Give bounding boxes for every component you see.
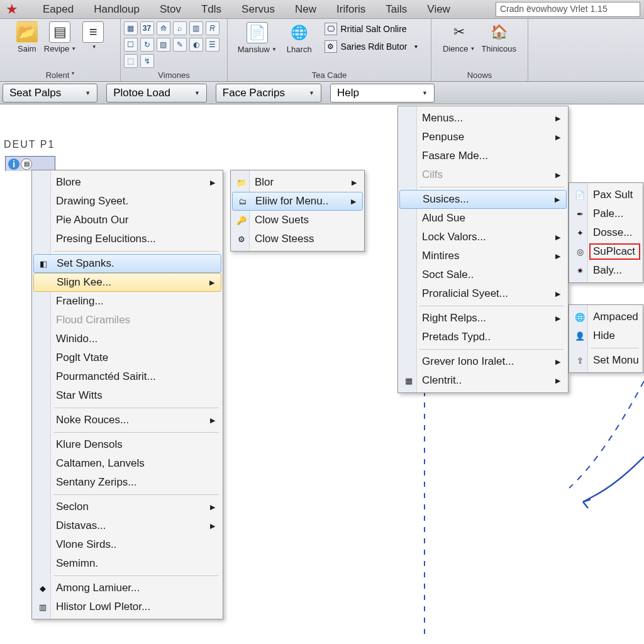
chevron-down-icon: ▼	[470, 46, 475, 52]
ribbon-saim[interactable]: 📂 Saim	[16, 21, 38, 53]
menu-item[interactable]: Proralicial Syeet...▶	[399, 284, 567, 303]
tool-icon[interactable]: ⟰	[157, 21, 170, 35]
menu-item[interactable]: Clow Suets🔑	[232, 211, 363, 230]
menu-item[interactable]: Lock Valors...▶	[399, 228, 567, 247]
menu-item-label: Hlistor Lowl Pletor...	[56, 601, 150, 613]
tool-icon[interactable]: ⌕	[173, 21, 187, 35]
tool-icon[interactable]: ↻	[140, 38, 154, 52]
ribbon-rritial[interactable]: 🖵Rritial Salt Onlire	[322, 21, 421, 36]
menu-item[interactable]: Pie Aboutn Our	[33, 211, 221, 230]
tool-icon[interactable]: R	[206, 21, 219, 35]
ribbon-mansluw[interactable]: 📄 Mansluw▼	[238, 22, 277, 54]
menubar-item[interactable]: Servus	[231, 1, 285, 18]
menu-item[interactable]: Pourmanctéd Sairit...	[33, 367, 221, 386]
chevron-right-icon: ▶	[351, 197, 356, 206]
menu-item-icon: 📄	[574, 189, 586, 201]
menu-item[interactable]: Pretads Typd..	[399, 328, 567, 347]
menu-item[interactable]: Semimn.	[33, 554, 221, 573]
ribbon-lharch[interactable]: 🌐 Lharch	[287, 22, 312, 54]
tool-icon[interactable]: ▦	[124, 21, 138, 35]
menu-item[interactable]: Klure Densols	[33, 435, 221, 454]
tool-icon[interactable]: ▧	[157, 38, 170, 52]
menu-item[interactable]: Mintires▶	[399, 247, 567, 265]
chevron-right-icon: ▶	[209, 279, 214, 287]
menu-item[interactable]: Alud Sue	[399, 209, 567, 228]
menu-item-label: Star Witts	[56, 389, 103, 402]
tool-icon[interactable]: ✎	[173, 38, 187, 52]
menu-item[interactable]: Penpuse▶	[399, 128, 567, 147]
menubar-item[interactable]: View	[417, 1, 460, 18]
menu-item[interactable]: SuPlcact◎	[570, 242, 641, 261]
menu-item[interactable]: Set Spanks.◧	[33, 254, 221, 273]
menu-item[interactable]: Seclon▶	[33, 497, 221, 516]
ribbon-dience[interactable]: ✂ Dience▼	[443, 21, 475, 53]
workspace-tab[interactable]: i ▤	[5, 156, 55, 171]
menu-item[interactable]: Ampaced🌐	[570, 308, 641, 326]
menu-item-label: Presing Eelucitions...	[56, 233, 156, 245]
menu-item[interactable]: Star Witts	[33, 386, 221, 405]
menu-item[interactable]: Hide👤	[570, 326, 641, 345]
tool-icon[interactable]: ◐	[189, 38, 203, 52]
menu-item[interactable]: Fraeling...	[33, 292, 221, 311]
menu-item[interactable]: Dosse...✦	[570, 223, 641, 242]
menu-item[interactable]: Noke Rouces...▶	[33, 411, 221, 430]
menu-item[interactable]: Presing Eelucitions...	[33, 230, 221, 248]
menu-item[interactable]: Clentrit..▦▶	[399, 371, 567, 390]
combo-seat-palps[interactable]: Seat Palps▼	[3, 84, 97, 103]
menubar-item[interactable]: Tails	[375, 1, 417, 18]
menu-item[interactable]: Right Relps...▶	[399, 309, 567, 328]
menu-item[interactable]: Caltamen, Lanvels	[33, 454, 221, 473]
menu-item[interactable]: Baly...✷	[570, 261, 641, 280]
menu-item[interactable]: Vlone Sirds..	[33, 535, 221, 554]
combo-help[interactable]: Help▼	[330, 84, 435, 103]
menu-item[interactable]: Pale...✒	[570, 204, 641, 223]
combo-face-pacrips[interactable]: Face Pacrips▼	[216, 84, 321, 103]
tool-icon[interactable]: ▥	[189, 21, 203, 35]
menu-item[interactable]: Susices...▶	[399, 190, 567, 209]
menu-item-label: Clow Suets	[255, 214, 309, 226]
menu-item[interactable]: Blor📁▶	[232, 173, 363, 192]
menubar-item[interactable]: New	[285, 1, 326, 18]
tool-icon[interactable]: ↯	[140, 54, 154, 68]
ribbon-list[interactable]: ≡ ▼	[82, 21, 104, 50]
menu-item-icon: ✷	[574, 264, 586, 277]
menu-item[interactable]: Clow Steess⚙	[232, 230, 363, 248]
tool-icon[interactable]: 37	[140, 21, 154, 35]
chevron-right-icon: ▶	[555, 252, 560, 260]
menu-item[interactable]: Soct Sale..	[399, 265, 567, 284]
menubar-item[interactable]: Eaped	[33, 1, 84, 18]
tool-icon[interactable]: ☐	[124, 38, 138, 52]
menu-item[interactable]: Distavas...▶	[33, 516, 221, 535]
menu-item-icon: ◧	[37, 257, 50, 270]
menu-item[interactable]: Eliiw for Menu..🗂▶	[232, 192, 363, 211]
menu-item[interactable]: Among Lamiuer...◆	[33, 579, 221, 597]
menu-item[interactable]: Drawing Syeet.	[33, 192, 221, 211]
ribbon-thinicous[interactable]: 🏠 Thinicous	[481, 21, 516, 53]
menu-item-icon: 🗂	[236, 195, 248, 208]
menu-item-label: Hide	[593, 330, 615, 342]
menu-item[interactable]: Slign Kee...▶	[33, 273, 221, 292]
title-field: Cradn ëvowhowy Vrlet 1.15	[496, 2, 640, 17]
app-star-icon[interactable]: ★	[3, 0, 21, 19]
menu-item-label: Proralicial Syeet...	[422, 287, 508, 300]
menubar-item[interactable]: Stov	[150, 1, 191, 18]
ribbon-saries[interactable]: ⚙Saries Rdit Butor▼	[322, 39, 421, 54]
menu-item[interactable]: Pax Sult📄	[570, 186, 641, 204]
menubar-item[interactable]: Handloup	[84, 1, 150, 18]
menu-item-label: Sentany Zerips...	[56, 476, 137, 489]
tool-icon[interactable]: ☰	[206, 38, 219, 52]
menu-item[interactable]: Blore▶	[33, 173, 221, 192]
menu-item[interactable]: Fasare Mde...	[399, 147, 567, 165]
menubar-item[interactable]: Iriforis	[326, 1, 375, 18]
menu-item[interactable]: Sentany Zerips...	[33, 473, 221, 492]
menu-item[interactable]: Winido...	[33, 330, 221, 348]
menu-item[interactable]: Poglt Vtate	[33, 348, 221, 367]
combo-plotoe-load[interactable]: Plotoe Load▼	[106, 84, 207, 103]
menu-item[interactable]: Set Monu⇧	[570, 351, 641, 370]
menu-item[interactable]: Grever Iono Iralet...▶	[399, 352, 567, 371]
menubar-item[interactable]: Tdls	[191, 1, 231, 18]
tool-icon[interactable]: ⬚	[124, 54, 138, 68]
menu-item[interactable]: Hlistor Lowl Pletor...▥	[33, 597, 221, 616]
menu-item[interactable]: Menus...▶	[399, 109, 567, 128]
ribbon-revipe[interactable]: ▤ Revipe▼	[44, 21, 76, 53]
